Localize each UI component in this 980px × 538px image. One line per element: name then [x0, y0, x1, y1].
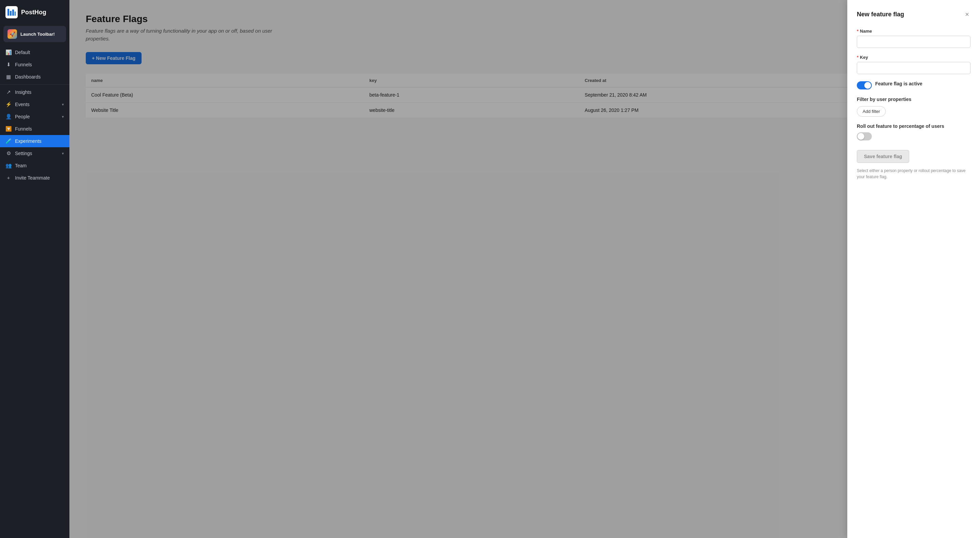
help-text: Select either a person property or rollo… [857, 168, 970, 180]
active-toggle[interactable] [857, 81, 872, 89]
chevron-down-icon: ▾ [62, 114, 64, 119]
rollout-section: Roll out feature to percentage of users [857, 124, 970, 142]
team-icon: 👥 [5, 163, 11, 169]
new-feature-flag-panel: New feature flag × * Name * Key [847, 0, 980, 538]
experiments-icon: 🧪 [5, 138, 11, 144]
sidebar-item-label: Experiments [15, 138, 41, 144]
app-logo: PostHog [0, 0, 69, 24]
modal-overlay[interactable] [69, 0, 980, 538]
launch-toolbar-button[interactable]: 🚀 Launch Toolbar! [3, 26, 66, 42]
sidebar-divider [0, 84, 69, 85]
sidebar-item-people[interactable]: 👤 People ▾ [0, 111, 69, 123]
active-toggle-row: Feature flag is active [857, 81, 970, 90]
key-field-group: * Key [857, 55, 970, 81]
settings-icon: ⚙ [5, 150, 11, 156]
funnels-top-icon: ⬇ [5, 62, 11, 68]
sidebar-item-dashboards[interactable]: ▦ Dashboards [0, 71, 69, 83]
sidebar-item-funnels-top[interactable]: ⬇ Funnels [0, 59, 69, 71]
key-label: * Key [857, 55, 970, 60]
main-area: Feature Flags Feature flags are a way of… [69, 0, 980, 538]
people-icon: 👤 [5, 114, 11, 120]
chevron-down-icon: ▾ [62, 151, 64, 156]
default-icon: 📊 [5, 49, 11, 56]
posthog-logo-icon [5, 6, 18, 18]
sidebar-item-label: Invite Teammate [15, 175, 50, 181]
key-input[interactable] [857, 62, 970, 74]
name-field-group: * Name [857, 29, 970, 55]
add-filter-button[interactable]: Add filter [857, 106, 886, 117]
app-name: PostHog [21, 9, 46, 16]
sidebar-item-funnels[interactable]: 🔽 Funnels [0, 123, 69, 135]
panel-header: New feature flag × [857, 10, 970, 19]
sidebar-item-label: Funnels [15, 62, 32, 67]
sidebar-item-settings[interactable]: ⚙ Settings ▾ [0, 147, 69, 159]
save-feature-flag-button[interactable]: Save feature flag [857, 150, 909, 163]
sidebar-item-label: Team [15, 163, 27, 168]
panel-title: New feature flag [857, 11, 904, 18]
launch-toolbar-label: Launch Toolbar! [21, 32, 55, 37]
sidebar-item-label: Funnels [15, 126, 32, 132]
sidebar-item-insights[interactable]: ↗ Insights [0, 86, 69, 98]
launch-toolbar-icon: 🚀 [8, 29, 17, 39]
sidebar-item-default[interactable]: 📊 Default [0, 46, 69, 59]
sidebar-item-label: Dashboards [15, 74, 41, 79]
sidebar-item-events[interactable]: ⚡ Events ▾ [0, 98, 69, 111]
name-label: * Name [857, 29, 970, 34]
filter-label: Filter by user properties [857, 97, 970, 102]
sidebar-item-team[interactable]: 👥 Team [0, 159, 69, 172]
invite-icon: + [5, 175, 11, 181]
sidebar-item-label: Events [15, 102, 30, 107]
active-label: Feature flag is active [875, 81, 923, 86]
sidebar-item-label: Default [15, 50, 30, 55]
sidebar: PostHog 🚀 Launch Toolbar! 📊 Default ⬇ Fu… [0, 0, 69, 538]
funnels-icon: 🔽 [5, 126, 11, 132]
required-indicator: * [857, 55, 859, 60]
events-icon: ⚡ [5, 102, 11, 108]
dashboards-icon: ▦ [5, 74, 11, 80]
rollout-toggle[interactable] [857, 132, 872, 140]
chevron-down-icon: ▾ [62, 102, 64, 107]
close-button[interactable]: × [964, 10, 970, 19]
sidebar-item-invite-teammate[interactable]: + Invite Teammate [0, 172, 69, 184]
name-input[interactable] [857, 36, 970, 48]
rollout-label: Roll out feature to percentage of users [857, 124, 970, 129]
filter-section: Filter by user properties Add filter [857, 97, 970, 117]
sidebar-item-label: Insights [15, 89, 31, 95]
sidebar-nav: 📊 Default ⬇ Funnels ▦ Dashboards ↗ Insig… [0, 46, 69, 184]
sidebar-item-label: Settings [15, 151, 32, 156]
required-indicator: * [857, 29, 859, 34]
sidebar-item-label: People [15, 114, 30, 119]
insights-icon: ↗ [5, 89, 11, 95]
sidebar-item-experiments[interactable]: 🧪 Experiments [0, 135, 69, 147]
